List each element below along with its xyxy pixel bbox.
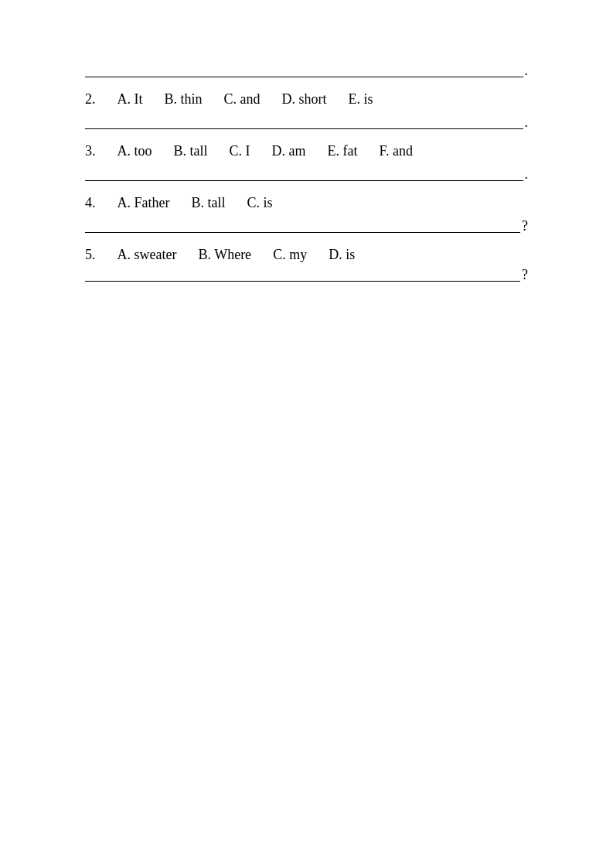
question-2-option-c: C. and xyxy=(224,91,261,108)
question-4-block: . 4. A. Father B. tall C. is xyxy=(85,166,528,211)
question-4-line-ending: . xyxy=(525,167,529,181)
question-5-option-d: D. is xyxy=(329,247,355,263)
question-3-option-d: D. am xyxy=(272,143,306,159)
question-4-options: 4. A. Father B. tall C. is xyxy=(85,195,528,211)
question-3-number: 3. xyxy=(85,143,96,159)
question-2-line-ending: . xyxy=(525,63,529,77)
question-5-second-answer-line xyxy=(85,266,520,282)
question-3-line-ending: . xyxy=(525,115,529,129)
question-3-options: 3. A. too B. tall C. I D. am E. fat F. a… xyxy=(85,143,528,159)
question-2-option-e: E. is xyxy=(349,91,373,108)
question-2-option-d: D. short xyxy=(282,91,327,108)
question-4-answer-line xyxy=(85,166,523,181)
question-3-option-b: B. tall xyxy=(174,143,208,159)
question-2-option-a: A. It xyxy=(117,91,143,108)
question-3-block: . 3. A. too B. tall C. I D. am E. fat F.… xyxy=(85,114,528,159)
question-2-options: 2. A. It B. thin C. and D. short E. is xyxy=(85,91,528,108)
question-2-number: 2. xyxy=(85,91,96,108)
question-5-options: 5. A. sweater B. Where C. my D. is xyxy=(85,247,528,263)
question-4-answer-line-row: . xyxy=(85,166,528,181)
question-3-option-f: F. and xyxy=(379,143,413,159)
question-3-option-e: E. fat xyxy=(328,143,358,159)
question-4-option-b: B. tall xyxy=(191,195,225,211)
question-5-line-ending: ? xyxy=(522,219,528,233)
question-5-option-a: A. sweater xyxy=(117,247,177,263)
question-3-option-c: C. I xyxy=(230,143,250,159)
question-5-second-answer-line-row: ? xyxy=(85,266,528,282)
question-4-number: 4. xyxy=(85,195,96,211)
question-2-block: . 2. A. It B. thin C. and D. short E. is xyxy=(85,62,528,108)
question-2-answer-line xyxy=(85,62,523,77)
question-5-option-b: B. Where xyxy=(198,247,251,263)
question-4-option-a: A. Father xyxy=(117,195,170,211)
page: . 2. A. It B. thin C. and D. short E. is… xyxy=(0,0,613,868)
question-3-answer-line xyxy=(85,114,523,129)
question-2-option-b: B. thin xyxy=(165,91,203,108)
question-5-answer-line xyxy=(85,217,520,233)
question-3-answer-line-row: . xyxy=(85,114,528,129)
question-3-option-a: A. too xyxy=(117,143,152,159)
question-5-option-c: C. my xyxy=(273,247,307,263)
question-2-answer-line-row: . xyxy=(85,62,528,77)
question-5-number: 5. xyxy=(85,247,96,263)
question-4-option-c: C. is xyxy=(247,195,272,211)
question-5-answer-line-row: ? xyxy=(85,217,528,233)
question-5-second-line-ending: ? xyxy=(522,268,528,282)
question-5-block: ? 5. A. sweater B. Where C. my D. is ? xyxy=(85,217,528,282)
